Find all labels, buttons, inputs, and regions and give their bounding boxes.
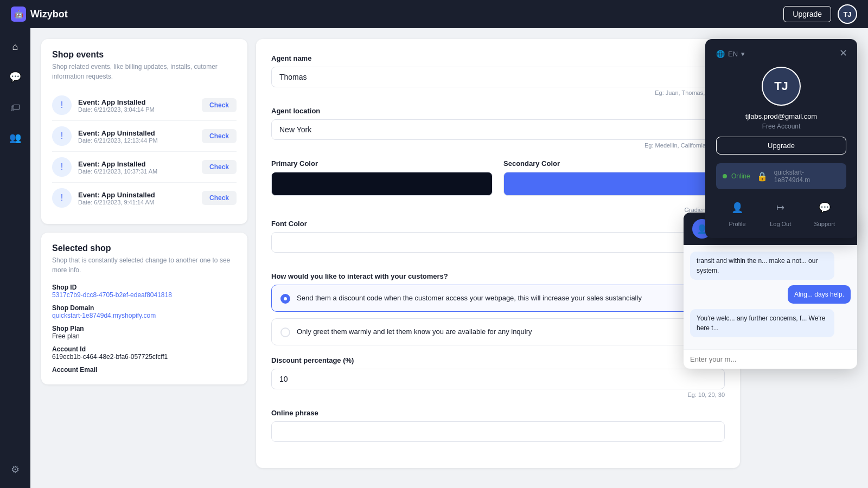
font-gradient-hint: Gradient colors: [271, 255, 725, 261]
event-name: Event: App Uninstalled: [78, 191, 195, 199]
sidebar-item-users[interactable]: 👥: [5, 128, 25, 147]
check-button[interactable]: Check: [202, 160, 237, 174]
agent-name-label: Agent name: [271, 54, 725, 62]
event-date: Date: 6/21/2023, 9:41:14 AM: [78, 199, 195, 206]
interact-question-group: How would you like to interact with your…: [271, 272, 725, 345]
secondary-color-label: Secondary Color: [503, 159, 725, 168]
font-color-label: Font Color: [271, 220, 725, 228]
font-color-input[interactable]: [271, 232, 725, 253]
event-name: Event: App Installed: [78, 98, 195, 106]
event-name: Event: App Installed: [78, 160, 195, 168]
profile-action-profile[interactable]: 👤 Profile: [727, 198, 747, 227]
account-id-value: 619ecb1b-c464-48e2-bfa6-057725cfcff1: [52, 353, 237, 361]
event-item: ! Event: App Installed Date: 6/21/2023, …: [52, 152, 237, 183]
font-color-group: Font Color Gradient colors: [271, 220, 725, 261]
agent-location-input[interactable]: [271, 119, 725, 140]
online-phrase-group: Online phrase: [271, 409, 725, 442]
account-id-label: Account Id: [52, 345, 237, 353]
support-action-label: Support: [814, 221, 835, 227]
shop-domain-label: Shop Domain: [52, 304, 237, 312]
event-icon: !: [52, 126, 72, 146]
event-date: Date: 6/21/2023, 10:37:31 AM: [78, 168, 195, 175]
chat-message: You're welc... any further concerns, f..…: [690, 309, 851, 337]
upgrade-button[interactable]: Upgrade: [783, 6, 831, 22]
discount-input[interactable]: [271, 369, 725, 389]
shop-info: Shop ID 5317c7b9-dcc8-4705-b2ef-edeaf804…: [52, 284, 237, 374]
online-indicator: [723, 174, 727, 178]
selected-shop-title: Selected shop: [52, 243, 237, 253]
radio-option-greet[interactable]: Only greet them warmly and let them know…: [271, 318, 725, 345]
event-icon: !: [52, 188, 72, 208]
agent-name-group: Agent name Eg: Juan, Thomas, Angela: [271, 54, 725, 96]
chat-bubble: transit and within the n... make a not..…: [690, 252, 834, 280]
app-logo: 🤖 Wizybot: [11, 7, 68, 22]
event-icon: !: [52, 95, 72, 115]
sidebar-item-settings[interactable]: ⚙: [5, 460, 25, 479]
sidebar-item-tags[interactable]: 🏷: [5, 98, 25, 117]
online-phrase-label: Online phrase: [271, 409, 725, 417]
event-item: ! Event: App Uninstalled Date: 6/21/2023…: [52, 183, 237, 213]
logout-action-label: Log Out: [770, 221, 791, 227]
sidebar-item-chat[interactable]: 💬: [5, 67, 25, 87]
agent-name-input[interactable]: [271, 67, 725, 87]
shop-events-subtitle: Shop related events, like billing update…: [52, 62, 237, 81]
agent-location-group: Agent location Eg: Medellin, California,…: [271, 107, 725, 149]
chat-input[interactable]: [690, 355, 851, 363]
agent-name-hint: Eg: Juan, Thomas, Angela: [271, 89, 725, 96]
chat-messages: transit and within the n... make a not..…: [684, 245, 857, 349]
online-label: Online: [731, 172, 750, 180]
primary-color-group: Primary Color: [271, 159, 493, 196]
secondary-color-group: Secondary Color: [503, 159, 725, 196]
chat-message: Alrig... days help.: [690, 285, 851, 304]
event-item: ! Event: App Uninstalled Date: 6/21/2023…: [52, 121, 237, 152]
profile-actions: 👤 Profile ↦ Log Out 💬 Support: [716, 198, 846, 227]
sidebar-item-home[interactable]: ⌂: [5, 37, 25, 56]
shop-name: quickstart-1e8749d4.m: [774, 169, 840, 184]
shop-id-value: 5317c7b9-dcc8-4705-b2ef-edeaf8041818: [52, 291, 237, 299]
top-navigation: 🤖 Wizybot Upgrade TJ: [0, 0, 868, 28]
event-item: ! Event: App Installed Date: 6/21/2023, …: [52, 90, 237, 121]
event-date: Date: 6/21/2023, 12:13:44 PM: [78, 137, 195, 144]
discount-label: Discount percentage (%): [271, 356, 725, 364]
profile-action-support[interactable]: 💬 Support: [814, 198, 835, 227]
event-info: Event: App Installed Date: 6/21/2023, 3:…: [78, 98, 195, 113]
primary-color-swatch[interactable]: [271, 172, 493, 196]
event-info: Event: App Installed Date: 6/21/2023, 10…: [78, 160, 195, 175]
support-icon: 💬: [815, 198, 834, 217]
shop-events-title: Shop events: [52, 50, 237, 60]
agent-form-panel: Agent name Eg: Juan, Thomas, Angela Agen…: [256, 39, 740, 468]
user-avatar-button[interactable]: TJ: [838, 4, 857, 24]
profile-upgrade-button[interactable]: Upgrade: [716, 137, 846, 155]
globe-icon: 🌐: [716, 50, 725, 58]
lock-icon: 🔒: [757, 171, 768, 182]
event-info: Event: App Uninstalled Date: 6/21/2023, …: [78, 191, 195, 206]
shop-plan-label: Shop Plan: [52, 325, 237, 332]
logo-icon: 🤖: [11, 7, 26, 22]
color-row: Primary Color Secondary Color: [271, 159, 725, 196]
primary-color-label: Primary Color: [271, 159, 493, 168]
main-layout: ⌂ 💬 🏷 👥 ⚙ Shop events Shop related event…: [0, 28, 868, 488]
radio-option-discount[interactable]: Send them a discount code when the custo…: [271, 285, 725, 312]
profile-shop: Online 🔒 quickstart-1e8749d4.m: [716, 163, 846, 189]
online-phrase-input[interactable]: [271, 421, 725, 442]
profile-action-label: Profile: [729, 221, 745, 227]
agent-location-hint: Eg: Medellin, California, Berlín: [271, 142, 725, 149]
check-button[interactable]: Check: [202, 98, 237, 112]
selected-shop-card: Selected shop Shop that is constantly se…: [41, 233, 247, 384]
chat-message: transit and within the n... make a not..…: [690, 252, 851, 280]
shop-plan-value: Free plan: [52, 332, 237, 340]
event-date: Date: 6/21/2023, 3:04:14 PM: [78, 106, 195, 113]
radio-option-1-text: Send them a discount code when the custo…: [297, 293, 642, 304]
check-button[interactable]: Check: [202, 191, 237, 205]
chat-input-area: [684, 349, 857, 369]
radio-circle-2: [280, 328, 290, 337]
profile-icon: 👤: [727, 198, 747, 217]
close-button[interactable]: ✕: [835, 46, 851, 61]
content-area: Shop events Shop related events, like bi…: [30, 28, 868, 488]
event-icon: !: [52, 157, 72, 177]
app-name: Wizybot: [30, 9, 68, 20]
secondary-color-swatch[interactable]: [503, 172, 725, 196]
check-button[interactable]: Check: [202, 129, 237, 143]
profile-action-logout[interactable]: ↦ Log Out: [770, 198, 791, 227]
profile-lang: 🌐 EN ▾: [716, 50, 846, 58]
